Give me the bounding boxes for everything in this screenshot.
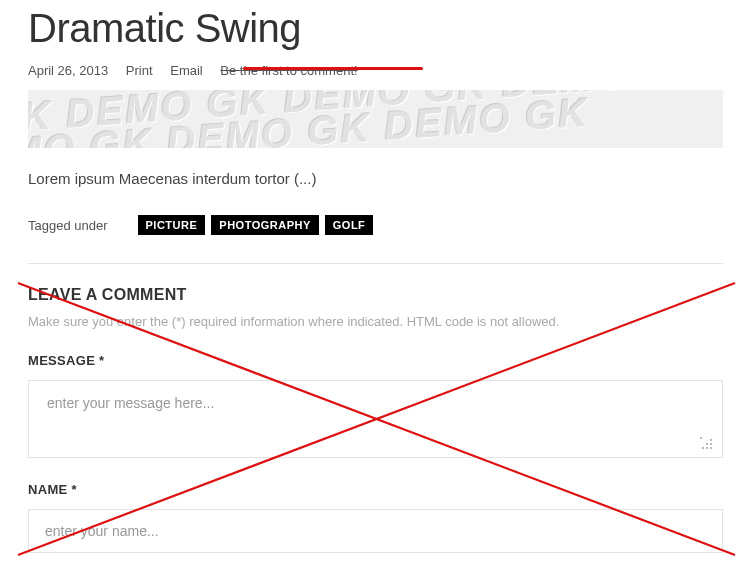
banner-image: GK DEMO GK DEMO GK DEMO GK DEMO GK DEMO …: [28, 90, 723, 148]
message-textarea-wrap[interactable]: [28, 380, 723, 458]
leave-comment-instructions: Make sure you enter the (*) required inf…: [28, 314, 723, 329]
article-title: Dramatic Swing: [28, 6, 723, 51]
leave-comment-heading: LEAVE A COMMENT: [28, 286, 723, 304]
tags-row: Tagged under PICTURE PHOTOGRAPHY GOLF: [28, 215, 723, 235]
annotation-strike-line: [243, 67, 423, 70]
tags-list: PICTURE PHOTOGRAPHY GOLF: [138, 215, 374, 235]
comment-count-link[interactable]: Be the first to comment!: [220, 63, 357, 78]
article-date: April 26, 2013: [28, 63, 108, 78]
print-link[interactable]: Print: [126, 63, 153, 78]
tag-golf[interactable]: GOLF: [325, 215, 374, 235]
section-divider: [28, 263, 723, 264]
email-link[interactable]: Email: [170, 63, 203, 78]
article-excerpt: Lorem ipsum Maecenas interdum tortor (..…: [28, 170, 723, 187]
name-input[interactable]: [45, 523, 706, 539]
annotation-x-overlay: [0, 0, 751, 563]
article-meta: April 26, 2013 Print Email Be the first …: [28, 63, 723, 78]
name-label: NAME *: [28, 482, 723, 497]
message-label: MESSAGE *: [28, 353, 723, 368]
tagged-under-label: Tagged under: [28, 218, 108, 233]
tag-photography[interactable]: PHOTOGRAPHY: [211, 215, 318, 235]
tag-picture[interactable]: PICTURE: [138, 215, 206, 235]
message-textarea[interactable]: [47, 395, 704, 443]
name-input-wrap[interactable]: [28, 509, 723, 553]
